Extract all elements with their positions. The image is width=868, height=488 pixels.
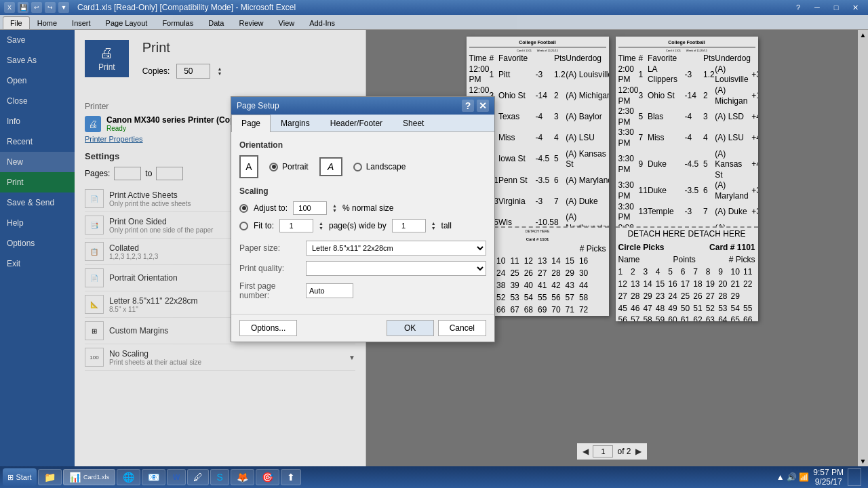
adjust-to-option: Adjust to: ▲▼ % normal size xyxy=(239,201,486,215)
portrait-radio[interactable] xyxy=(269,163,278,171)
print-quality-row: Print quality: xyxy=(239,261,486,276)
cancel-button[interactable]: Cancel xyxy=(438,320,486,336)
fit-to-radio[interactable] xyxy=(239,222,248,230)
adjust-to-radio[interactable] xyxy=(239,204,248,213)
dialog-footer: Options... OK Cancel xyxy=(231,314,494,342)
taskbar-app-powerpoint[interactable]: 🖊 xyxy=(187,469,209,485)
portrait-icon: A xyxy=(239,155,258,178)
show-desktop-btn[interactable] xyxy=(848,468,861,486)
portrait-label: Portrait xyxy=(282,162,309,171)
first-page-label: First page number: xyxy=(239,281,300,300)
taskbar-app-chrome[interactable]: 🎯 xyxy=(256,469,279,485)
adjust-to-label: Adjust to: xyxy=(254,203,288,213)
scaling-section: Scaling Adjust to: ▲▼ % normal size Fit … xyxy=(239,186,486,232)
fit-tall-label: tall xyxy=(441,221,452,230)
first-page-row: First page number: xyxy=(239,281,486,300)
adjust-to-input[interactable] xyxy=(293,201,327,215)
date-display: 9/25/17 xyxy=(815,477,842,487)
system-tray: ▲ 🔊 📶 xyxy=(776,472,810,482)
undo-icon[interactable]: ↩ xyxy=(31,2,42,13)
taskbar-app-explorer[interactable]: 📁 xyxy=(38,469,62,485)
redo-icon[interactable]: ↪ xyxy=(45,2,56,13)
options-button[interactable]: Options... xyxy=(239,320,297,336)
fit-tall-spinner[interactable]: ▲▼ xyxy=(431,221,436,230)
taskbar-app-filezilla[interactable]: ⬆ xyxy=(281,469,301,485)
taskbar: ⊞ Start 📁 📊Card1.xls 🌐 📧 W 🖊 S 🦊 🎯 ⬆ ▲ 🔊… xyxy=(0,466,868,488)
clock[interactable]: 9:57 PM 9/25/17 xyxy=(813,468,844,487)
portrait-option[interactable]: Portrait xyxy=(269,162,309,171)
print-quality-select[interactable] xyxy=(306,261,486,276)
dialog-overlay: Page Setup ? ✕ Page Margins Header/Foote… xyxy=(0,15,868,466)
orientation-title: Orientation xyxy=(239,140,486,150)
paper-size-select[interactable]: Letter 8.5"x11" 22x28cm xyxy=(306,241,486,256)
paper-size-row: Paper size: Letter 8.5"x11" 22x28cm xyxy=(239,241,486,256)
taskbar-right: ▲ 🔊 📶 9:57 PM 9/25/17 xyxy=(776,468,865,487)
start-button[interactable]: ⊞ Start xyxy=(3,468,37,486)
fit-pages-label: page(s) wide by xyxy=(329,221,387,230)
excel-icon: X xyxy=(4,2,15,13)
dialog-tab-page[interactable]: Page xyxy=(231,115,271,132)
taskbar-app-ie[interactable]: 🌐 xyxy=(117,469,140,485)
fit-pages-input[interactable] xyxy=(279,219,313,232)
first-page-input[interactable] xyxy=(306,283,353,298)
dialog-titlebar: Page Setup ? ✕ xyxy=(231,97,494,115)
orientation-section: Orientation A Portrait A Landscape xyxy=(239,140,486,178)
fit-pages-spinner[interactable]: ▲▼ xyxy=(319,221,323,230)
landscape-option[interactable]: Landscape xyxy=(353,162,406,171)
taskbar-app-firefox[interactable]: 🦊 xyxy=(231,469,254,485)
titlebar-left: X 💾 ↩ ↪ ▼ Card1.xls [Read-Only] [Compati… xyxy=(4,2,296,13)
time-display: 9:57 PM xyxy=(813,468,844,477)
taskbar-app-excel[interactable]: 📊Card1.xls xyxy=(63,469,115,485)
dialog-title: Page Setup xyxy=(237,101,279,110)
taskbar-apps: 📁 📊Card1.xls 🌐 📧 W 🖊 S 🦊 🎯 ⬆ xyxy=(38,469,775,485)
dialog-tab-margins[interactable]: Margins xyxy=(271,115,320,131)
adjust-spinner[interactable]: ▲▼ xyxy=(332,203,337,213)
more-icon[interactable]: ▼ xyxy=(58,2,69,13)
page-setup-dialog: Page Setup ? ✕ Page Margins Header/Foote… xyxy=(231,96,495,342)
landscape-icon: A xyxy=(319,157,342,176)
close-btn[interactable]: ✕ xyxy=(846,1,864,14)
save-quick-icon[interactable]: 💾 xyxy=(18,2,28,13)
tray-icons: ▲ 🔊 📶 xyxy=(776,472,810,482)
paper-size-field-label: Paper size: xyxy=(239,243,300,253)
dialog-body: Orientation A Portrait A Landscape Sca xyxy=(231,132,494,314)
fit-to-label: Fit to: xyxy=(254,221,274,230)
fit-to-option: Fit to: ▲▼ page(s) wide by ▲▼ tall xyxy=(239,219,486,232)
scaling-title: Scaling xyxy=(239,186,486,196)
dialog-help-btn[interactable]: ? xyxy=(462,100,474,112)
landscape-label: Landscape xyxy=(366,162,406,171)
print-quality-label: Print quality: xyxy=(239,264,300,273)
landscape-radio[interactable] xyxy=(353,163,362,171)
dialog-tab-header-footer[interactable]: Header/Footer xyxy=(320,115,393,131)
taskbar-app-outlook[interactable]: 📧 xyxy=(142,469,165,485)
dialog-tabs: Page Margins Header/Footer Sheet xyxy=(231,115,494,132)
fit-tall-input[interactable] xyxy=(392,219,426,232)
minimize-btn[interactable]: ─ xyxy=(808,1,826,14)
titlebar-controls[interactable]: ? ─ □ ✕ xyxy=(789,1,864,14)
dialog-tab-sheet[interactable]: Sheet xyxy=(393,115,434,131)
app-title: Card1.xls [Read-Only] [Compatibility Mod… xyxy=(77,3,296,12)
titlebar: X 💾 ↩ ↪ ▼ Card1.xls [Read-Only] [Compati… xyxy=(0,0,868,15)
maximize-btn[interactable]: □ xyxy=(827,1,845,14)
dialog-close-btn[interactable]: ✕ xyxy=(477,100,489,112)
ok-button[interactable]: OK xyxy=(387,320,434,336)
taskbar-app-skype[interactable]: S xyxy=(210,469,229,485)
normal-size-label: % normal size xyxy=(342,203,393,213)
help-icon[interactable]: ? xyxy=(789,1,807,14)
orientation-row: A Portrait A Landscape xyxy=(239,155,486,178)
taskbar-app-word[interactable]: W xyxy=(167,469,186,485)
